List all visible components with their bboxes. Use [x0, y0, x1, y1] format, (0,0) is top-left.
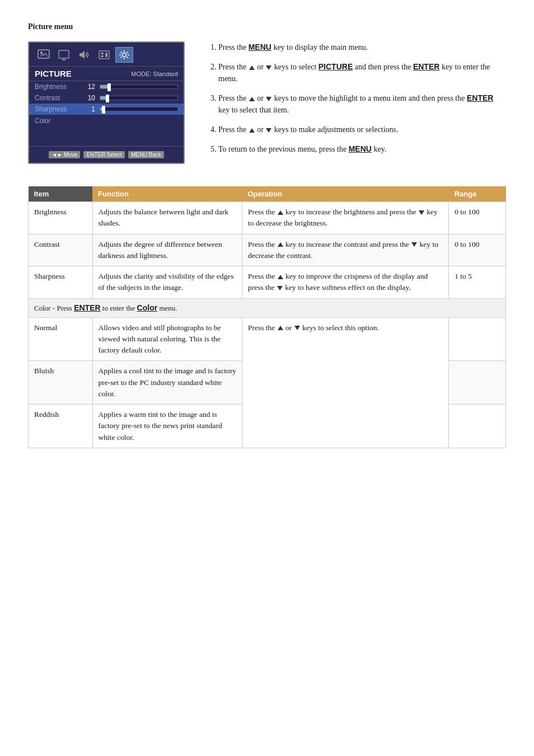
color-section-header: Color - Press ENTER to enter the Color m… — [29, 298, 506, 317]
svg-rect-7 — [101, 53, 104, 54]
range-brightness: 0 to 100 — [449, 202, 506, 234]
svg-rect-0 — [38, 50, 49, 58]
item-reddish: Reddish — [29, 405, 93, 448]
arrow-up-sharpness — [278, 275, 283, 279]
item-contrast: Contrast — [29, 234, 93, 266]
op-brightness: Press the key to increase the brightness… — [242, 202, 448, 234]
picture-key-2: PICTURE — [318, 62, 353, 71]
osd-contrast-value: 10 — [84, 94, 95, 102]
osd-select-btn: ENTER Select — [83, 151, 125, 158]
osd-color-row: Color — [29, 115, 184, 127]
instructions-list: Press the MENU key to display the main m… — [207, 41, 506, 164]
arrow-down-icon-2 — [266, 65, 271, 70]
osd-icon-input — [95, 47, 113, 63]
arrow-up-icon-2 — [249, 65, 255, 70]
section-title: Picture menu — [28, 22, 506, 31]
color-enter-key: ENTER — [74, 303, 100, 312]
osd-icon-picture — [35, 47, 53, 63]
osd-icon-bar — [29, 43, 184, 67]
instruction-3: Press the or keys to move the highlight … — [218, 92, 506, 116]
op-contrast: Press the key to increase the contrast a… — [242, 234, 448, 266]
osd-select-label: Select — [106, 152, 122, 158]
svg-point-10 — [123, 53, 127, 57]
func-reddish: Applies a warm tint to the image and is … — [92, 405, 242, 448]
osd-color-label: Color — [35, 117, 51, 125]
osd-move-btn: ◄► Move — [49, 151, 80, 158]
osd-sharpness-row: Sharpness 1 — [29, 104, 184, 115]
op-sharpness: Press the key to improve the crispness o… — [242, 266, 448, 299]
menu-key-5: MENU — [349, 144, 372, 153]
osd-sharpness-label: Sharpness — [35, 105, 79, 113]
func-contrast: Adjusts the degree of difference between… — [92, 234, 242, 266]
instruction-2: Press the or keys to select PICTURE and … — [218, 61, 506, 84]
enter-key-2: ENTER — [413, 62, 439, 71]
color-header-row: Color - Press ENTER to enter the Color m… — [29, 298, 506, 317]
item-sharpness: Sharpness — [29, 266, 93, 299]
arrow-down-brightness — [419, 210, 424, 215]
osd-brightness-fill — [100, 85, 110, 88]
menu-key-1: MENU — [249, 43, 271, 51]
osd-sharpness-fill — [100, 107, 104, 111]
osd-icon-audio — [75, 47, 93, 63]
osd-icon-screen — [55, 47, 73, 63]
table-row-contrast: Contrast Adjusts the degree of differenc… — [29, 234, 506, 266]
table-header-row: Item Function Operation Range — [29, 186, 506, 202]
osd-sharpness-marker — [102, 106, 105, 114]
table-row-normal: Normal Allows video and still photograph… — [29, 317, 506, 361]
osd-brightness-row: Brightness 12 — [29, 81, 184, 92]
osd-move-label: Move — [64, 152, 77, 158]
op-normal: Press the or keys to select this option. — [242, 317, 448, 448]
arrow-down-contrast — [411, 242, 417, 247]
arrow-down-sharpness — [277, 286, 283, 290]
svg-marker-5 — [79, 51, 85, 59]
col-operation: Operation — [242, 186, 448, 202]
arrow-up-brightness — [278, 210, 283, 215]
osd-mode: MODE: Standard — [131, 71, 178, 77]
range-bluish — [449, 361, 506, 405]
arrow-down-icon-4 — [266, 128, 271, 133]
osd-back-label: Back — [149, 152, 161, 158]
osd-icon-settings — [115, 47, 133, 63]
feature-table: Item Function Operation Range Brightness… — [28, 186, 506, 448]
osd-sharpness-bar — [100, 107, 178, 111]
osd-contrast-fill — [100, 96, 108, 100]
osd-contrast-row: Contrast 10 — [29, 92, 184, 104]
svg-rect-2 — [59, 50, 69, 58]
osd-brightness-label: Brightness — [35, 83, 79, 91]
svg-point-1 — [40, 51, 43, 54]
osd-header: PICTURE MODE: Standard — [29, 67, 184, 81]
osd-back-btn: MENU Back — [128, 151, 164, 158]
arrow-down-color — [294, 326, 300, 330]
item-normal: Normal — [29, 317, 93, 361]
instruction-1: Press the MENU key to display the main m… — [218, 41, 506, 53]
osd-move-icon: ◄► — [51, 152, 63, 158]
arrow-down-icon-3 — [266, 97, 271, 101]
range-sharpness: 1 to 5 — [449, 266, 506, 299]
table-row-sharpness: Sharpness Adjusts the clarity and visibi… — [29, 266, 506, 299]
osd-contrast-marker — [106, 95, 109, 102]
range-reddish — [449, 405, 506, 448]
col-function: Function — [92, 186, 242, 202]
osd-brightness-value: 12 — [84, 83, 95, 91]
instruction-4: Press the or keys to make adjustments or… — [218, 124, 506, 135]
osd-title: PICTURE — [35, 69, 72, 78]
osd-sharpness-value: 1 — [84, 105, 95, 113]
arrow-up-icon-3 — [249, 97, 255, 101]
item-brightness: Brightness — [29, 202, 93, 234]
osd-enter-label: ENTER — [86, 152, 105, 158]
osd-spacer — [29, 127, 184, 144]
osd-menu-label: MENU — [131, 152, 147, 158]
instruction-5: To return to the previous menu, press th… — [218, 143, 506, 155]
osd-brightness-marker — [107, 83, 111, 91]
svg-rect-8 — [101, 55, 104, 57]
col-range: Range — [449, 186, 506, 202]
table-row-brightness: Brightness Adjusts the balance between l… — [29, 202, 506, 234]
func-normal: Allows video and still photographs to be… — [92, 317, 242, 361]
osd-brightness-bar — [100, 84, 178, 89]
svg-rect-9 — [105, 53, 107, 57]
osd-footer: ◄► Move ENTER Select MENU Back — [29, 146, 184, 163]
arrow-up-contrast — [278, 242, 283, 247]
enter-key-3: ENTER — [467, 93, 493, 102]
osd-contrast-bar — [100, 96, 178, 100]
range-normal — [449, 317, 506, 361]
